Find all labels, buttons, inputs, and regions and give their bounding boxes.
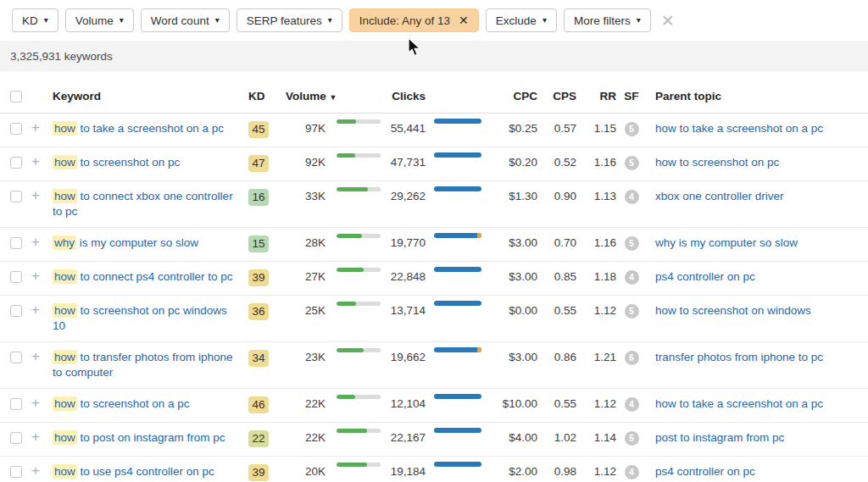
expand-plus-icon[interactable]: + — [27, 464, 40, 478]
rr-value: 1.16 — [578, 147, 618, 178]
row-checkbox[interactable] — [10, 271, 22, 283]
include-filter-chip[interactable]: Include: Any of 13 ✕ — [349, 8, 479, 32]
column-header-cps[interactable]: CPS — [539, 82, 578, 110]
expand-plus-icon[interactable]: + — [27, 189, 40, 202]
sf-badge: 4 — [625, 190, 639, 204]
rr-value: 1.13 — [578, 181, 618, 212]
row-checkbox[interactable] — [10, 191, 22, 202]
parent-topic-link[interactable]: xbox one controller driver — [655, 190, 784, 202]
parent-topic-link[interactable]: post to instagram from pc — [655, 431, 784, 444]
expand-plus-icon[interactable]: + — [27, 350, 40, 363]
parent-topic-link[interactable]: ps4 controller on pc — [655, 270, 755, 283]
row-checkbox[interactable] — [10, 123, 22, 135]
cps-value: 0.85 — [539, 262, 578, 292]
keyword-rest: to connect ps4 controller to pc — [77, 270, 233, 283]
select-all-checkbox[interactable] — [10, 91, 22, 102]
keyword-link[interactable]: how to connect ps4 controller to pc — [53, 269, 233, 284]
expand-plus-icon[interactable]: + — [27, 269, 40, 283]
keyword-highlighted-term: how — [53, 464, 77, 479]
volume-value: 23K — [280, 342, 327, 373]
cps-value: 0.70 — [539, 228, 578, 258]
filter-serp-features-button[interactable]: SERP features ▾ — [236, 8, 342, 32]
filter-volume-label: Volume — [75, 14, 114, 27]
keyword-link[interactable]: how to take a screenshot on a pc — [53, 121, 224, 136]
keyword-link[interactable]: how to screenshot on pc — [53, 155, 180, 169]
sf-badge: 5 — [625, 156, 639, 170]
filter-kd-button[interactable]: KD ▾ — [12, 8, 58, 32]
row-checkbox[interactable] — [10, 432, 22, 444]
filter-word-count-button[interactable]: Word count ▾ — [141, 8, 230, 32]
volume-clicked-bar-fill — [337, 302, 356, 306]
clicks-bar — [434, 267, 481, 272]
parent-topic-link[interactable]: how to screenshot on windows — [655, 304, 811, 317]
expand-plus-icon[interactable]: + — [27, 396, 40, 410]
keyword-link[interactable]: how to screenshot on pc windows 10 — [53, 303, 227, 332]
cpc-value: $3.00 — [481, 342, 539, 373]
table-row: + how to take a screenshot on a pc 45 97… — [0, 114, 868, 147]
table-row: + how to connect ps4 controller to pc 39… — [0, 262, 868, 296]
row-checkbox[interactable] — [10, 237, 22, 249]
keyword-link[interactable]: how to transfer photos from iphone to co… — [53, 350, 233, 379]
chevron-down-icon: ▾ — [637, 16, 641, 25]
clear-all-filters-icon[interactable]: ✕ — [661, 13, 675, 29]
column-header-sf[interactable]: SF — [618, 82, 645, 110]
keyword-link[interactable]: how to post on instagram from pc — [53, 430, 225, 445]
column-header-keyword[interactable]: Keyword — [53, 82, 242, 110]
clicks-value: 22,167 — [381, 423, 427, 453]
row-checkbox[interactable] — [10, 352, 22, 363]
volume-clicked-bar-fill — [337, 153, 355, 158]
expand-plus-icon[interactable]: + — [27, 303, 40, 317]
clicks-bar — [434, 394, 481, 399]
remove-include-filter-icon[interactable]: ✕ — [459, 14, 469, 27]
row-checkbox[interactable] — [10, 305, 22, 317]
table-row: + how to post on instagram from pc 22 22… — [0, 423, 868, 457]
volume-clicked-bar — [337, 429, 381, 433]
kd-badge: 39 — [248, 464, 269, 481]
row-checkbox[interactable] — [10, 466, 22, 478]
keyword-rest: to take a screenshot on a pc — [77, 122, 224, 135]
row-checkbox[interactable] — [10, 398, 22, 410]
volume-clicked-bar-fill — [337, 395, 355, 399]
column-header-parent-topic[interactable]: Parent topic — [645, 82, 868, 110]
keyword-highlighted-term: how — [53, 396, 77, 411]
cps-value: 0.55 — [539, 296, 578, 326]
parent-topic-link[interactable]: ps4 controller on pc — [655, 465, 755, 478]
expand-plus-icon[interactable]: + — [27, 155, 40, 169]
column-header-cpc[interactable]: CPC — [481, 82, 539, 110]
filter-exclude-button[interactable]: Exclude ▾ — [486, 8, 557, 32]
sf-badge: 5 — [625, 431, 639, 446]
parent-topic-link[interactable]: how to screenshot on pc — [655, 156, 779, 169]
keyword-rest: to screenshot on pc windows 10 — [53, 304, 227, 332]
expand-plus-icon[interactable]: + — [27, 121, 40, 135]
expand-plus-icon[interactable]: + — [27, 235, 40, 249]
row-checkbox[interactable] — [10, 157, 22, 169]
parent-topic-link[interactable]: transfer photos from iphone to pc — [655, 351, 823, 363]
keyword-rest: to use ps4 controller on pc — [77, 465, 214, 478]
filter-volume-button[interactable]: Volume ▾ — [65, 8, 134, 32]
filter-word-count-label: Word count — [151, 14, 209, 27]
column-header-clicks[interactable]: Clicks — [381, 82, 427, 110]
table-row: + how to transfer photos from iphone to … — [0, 342, 868, 389]
clicks-bar — [434, 347, 481, 352]
clicks-value: 12,104 — [381, 389, 427, 419]
more-filters-button[interactable]: More filters ▾ — [564, 8, 651, 32]
keyword-highlighted-term: how — [53, 269, 77, 284]
parent-topic-link[interactable]: how to take a screenshot on a pc — [655, 397, 823, 410]
column-header-volume[interactable]: Volume ▼ — [280, 82, 381, 111]
expand-plus-icon[interactable]: + — [27, 430, 40, 444]
column-header-kd[interactable]: KD — [242, 82, 280, 110]
sort-desc-icon: ▼ — [330, 93, 337, 102]
cps-value: 0.98 — [539, 457, 578, 482]
clicks-value: 55,441 — [381, 114, 427, 144]
parent-topic-link[interactable]: how to take a screenshot on a pc — [655, 122, 823, 135]
volume-value: 20K — [280, 457, 327, 482]
column-header-rr[interactable]: RR — [578, 82, 618, 110]
table-row: + why is my computer so slow 15 28K 19,7… — [0, 228, 868, 262]
keyword-link[interactable]: how to screenshot on a pc — [53, 396, 190, 411]
keyword-link[interactable]: how to use ps4 controller on pc — [53, 464, 214, 479]
keyword-link[interactable]: how to connect xbox one controller to pc — [53, 189, 233, 218]
clicks-bar — [434, 119, 481, 124]
cps-value: 1.02 — [539, 423, 578, 453]
keyword-link[interactable]: why is my computer so slow — [53, 235, 198, 250]
parent-topic-link[interactable]: why is my computer so slow — [655, 236, 798, 249]
